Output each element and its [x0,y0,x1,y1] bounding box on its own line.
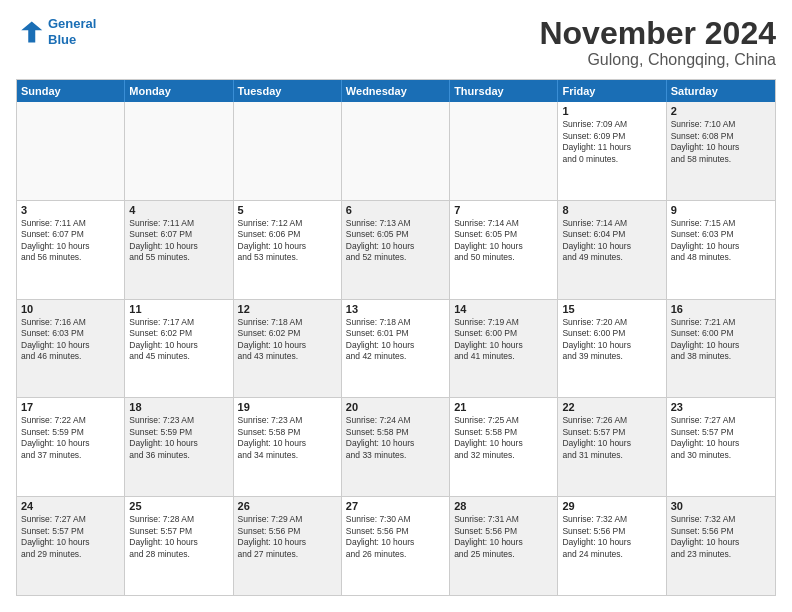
cell-info-text: Sunrise: 7:10 AM Sunset: 6:08 PM Dayligh… [671,119,771,165]
calendar-cell-day-12: 12Sunrise: 7:18 AM Sunset: 6:02 PM Dayli… [234,300,342,398]
calendar-cell-day-17: 17Sunrise: 7:22 AM Sunset: 5:59 PM Dayli… [17,398,125,496]
weekday-header-monday: Monday [125,80,233,102]
cell-info-text: Sunrise: 7:18 AM Sunset: 6:02 PM Dayligh… [238,317,337,363]
location: Gulong, Chongqing, China [539,51,776,69]
calendar-cell-day-10: 10Sunrise: 7:16 AM Sunset: 6:03 PM Dayli… [17,300,125,398]
calendar-cell-empty [17,102,125,200]
logo-text: General Blue [48,16,96,47]
day-number: 18 [129,401,228,413]
day-number: 29 [562,500,661,512]
cell-info-text: Sunrise: 7:32 AM Sunset: 5:56 PM Dayligh… [562,514,661,560]
calendar-cell-day-15: 15Sunrise: 7:20 AM Sunset: 6:00 PM Dayli… [558,300,666,398]
day-number: 10 [21,303,120,315]
weekday-header-thursday: Thursday [450,80,558,102]
calendar-cell-day-8: 8Sunrise: 7:14 AM Sunset: 6:04 PM Daylig… [558,201,666,299]
day-number: 8 [562,204,661,216]
logo-icon [16,18,44,46]
day-number: 13 [346,303,445,315]
calendar-cell-day-3: 3Sunrise: 7:11 AM Sunset: 6:07 PM Daylig… [17,201,125,299]
cell-info-text: Sunrise: 7:15 AM Sunset: 6:03 PM Dayligh… [671,218,771,264]
calendar-cell-day-26: 26Sunrise: 7:29 AM Sunset: 5:56 PM Dayli… [234,497,342,595]
calendar-cell-day-24: 24Sunrise: 7:27 AM Sunset: 5:57 PM Dayli… [17,497,125,595]
cell-info-text: Sunrise: 7:18 AM Sunset: 6:01 PM Dayligh… [346,317,445,363]
calendar-row-4: 24Sunrise: 7:27 AM Sunset: 5:57 PM Dayli… [17,496,775,595]
day-number: 4 [129,204,228,216]
calendar-body: 1Sunrise: 7:09 AM Sunset: 6:09 PM Daylig… [17,102,775,595]
day-number: 19 [238,401,337,413]
calendar-cell-day-4: 4Sunrise: 7:11 AM Sunset: 6:07 PM Daylig… [125,201,233,299]
calendar-row-2: 10Sunrise: 7:16 AM Sunset: 6:03 PM Dayli… [17,299,775,398]
cell-info-text: Sunrise: 7:19 AM Sunset: 6:00 PM Dayligh… [454,317,553,363]
day-number: 27 [346,500,445,512]
logo: General Blue [16,16,96,47]
calendar-cell-day-6: 6Sunrise: 7:13 AM Sunset: 6:05 PM Daylig… [342,201,450,299]
cell-info-text: Sunrise: 7:31 AM Sunset: 5:56 PM Dayligh… [454,514,553,560]
calendar-cell-day-28: 28Sunrise: 7:31 AM Sunset: 5:56 PM Dayli… [450,497,558,595]
cell-info-text: Sunrise: 7:17 AM Sunset: 6:02 PM Dayligh… [129,317,228,363]
cell-info-text: Sunrise: 7:20 AM Sunset: 6:00 PM Dayligh… [562,317,661,363]
cell-info-text: Sunrise: 7:27 AM Sunset: 5:57 PM Dayligh… [21,514,120,560]
cell-info-text: Sunrise: 7:26 AM Sunset: 5:57 PM Dayligh… [562,415,661,461]
day-number: 11 [129,303,228,315]
calendar-cell-day-19: 19Sunrise: 7:23 AM Sunset: 5:58 PM Dayli… [234,398,342,496]
day-number: 6 [346,204,445,216]
cell-info-text: Sunrise: 7:11 AM Sunset: 6:07 PM Dayligh… [21,218,120,264]
day-number: 22 [562,401,661,413]
day-number: 28 [454,500,553,512]
calendar-cell-empty [450,102,558,200]
weekday-header-saturday: Saturday [667,80,775,102]
logo-line1: General [48,16,96,31]
calendar-cell-day-5: 5Sunrise: 7:12 AM Sunset: 6:06 PM Daylig… [234,201,342,299]
calendar-cell-day-16: 16Sunrise: 7:21 AM Sunset: 6:00 PM Dayli… [667,300,775,398]
day-number: 2 [671,105,771,117]
calendar-row-0: 1Sunrise: 7:09 AM Sunset: 6:09 PM Daylig… [17,102,775,200]
weekday-header-tuesday: Tuesday [234,80,342,102]
calendar-cell-day-14: 14Sunrise: 7:19 AM Sunset: 6:00 PM Dayli… [450,300,558,398]
day-number: 17 [21,401,120,413]
day-number: 24 [21,500,120,512]
cell-info-text: Sunrise: 7:25 AM Sunset: 5:58 PM Dayligh… [454,415,553,461]
calendar-cell-day-1: 1Sunrise: 7:09 AM Sunset: 6:09 PM Daylig… [558,102,666,200]
day-number: 25 [129,500,228,512]
calendar-cell-day-20: 20Sunrise: 7:24 AM Sunset: 5:58 PM Dayli… [342,398,450,496]
calendar-cell-day-13: 13Sunrise: 7:18 AM Sunset: 6:01 PM Dayli… [342,300,450,398]
calendar-cell-day-21: 21Sunrise: 7:25 AM Sunset: 5:58 PM Dayli… [450,398,558,496]
calendar-cell-day-27: 27Sunrise: 7:30 AM Sunset: 5:56 PM Dayli… [342,497,450,595]
calendar-cell-day-11: 11Sunrise: 7:17 AM Sunset: 6:02 PM Dayli… [125,300,233,398]
calendar-cell-day-7: 7Sunrise: 7:14 AM Sunset: 6:05 PM Daylig… [450,201,558,299]
day-number: 3 [21,204,120,216]
weekday-header-sunday: Sunday [17,80,125,102]
cell-info-text: Sunrise: 7:14 AM Sunset: 6:05 PM Dayligh… [454,218,553,264]
cell-info-text: Sunrise: 7:11 AM Sunset: 6:07 PM Dayligh… [129,218,228,264]
calendar-header: SundayMondayTuesdayWednesdayThursdayFrid… [17,80,775,102]
day-number: 16 [671,303,771,315]
calendar-row-1: 3Sunrise: 7:11 AM Sunset: 6:07 PM Daylig… [17,200,775,299]
cell-info-text: Sunrise: 7:32 AM Sunset: 5:56 PM Dayligh… [671,514,771,560]
cell-info-text: Sunrise: 7:29 AM Sunset: 5:56 PM Dayligh… [238,514,337,560]
weekday-header-friday: Friday [558,80,666,102]
cell-info-text: Sunrise: 7:21 AM Sunset: 6:00 PM Dayligh… [671,317,771,363]
cell-info-text: Sunrise: 7:23 AM Sunset: 5:58 PM Dayligh… [238,415,337,461]
calendar-row-3: 17Sunrise: 7:22 AM Sunset: 5:59 PM Dayli… [17,397,775,496]
day-number: 7 [454,204,553,216]
cell-info-text: Sunrise: 7:16 AM Sunset: 6:03 PM Dayligh… [21,317,120,363]
calendar-cell-empty [234,102,342,200]
calendar-cell-day-23: 23Sunrise: 7:27 AM Sunset: 5:57 PM Dayli… [667,398,775,496]
calendar-cell-day-25: 25Sunrise: 7:28 AM Sunset: 5:57 PM Dayli… [125,497,233,595]
calendar-cell-day-29: 29Sunrise: 7:32 AM Sunset: 5:56 PM Dayli… [558,497,666,595]
day-number: 14 [454,303,553,315]
cell-info-text: Sunrise: 7:09 AM Sunset: 6:09 PM Dayligh… [562,119,661,165]
cell-info-text: Sunrise: 7:30 AM Sunset: 5:56 PM Dayligh… [346,514,445,560]
month-title: November 2024 [539,16,776,51]
day-number: 1 [562,105,661,117]
day-number: 30 [671,500,771,512]
logo-line2: Blue [48,32,76,47]
calendar-cell-day-9: 9Sunrise: 7:15 AM Sunset: 6:03 PM Daylig… [667,201,775,299]
cell-info-text: Sunrise: 7:22 AM Sunset: 5:59 PM Dayligh… [21,415,120,461]
day-number: 20 [346,401,445,413]
day-number: 15 [562,303,661,315]
cell-info-text: Sunrise: 7:13 AM Sunset: 6:05 PM Dayligh… [346,218,445,264]
header: General Blue November 2024 Gulong, Chong… [16,16,776,69]
weekday-header-wednesday: Wednesday [342,80,450,102]
day-number: 12 [238,303,337,315]
